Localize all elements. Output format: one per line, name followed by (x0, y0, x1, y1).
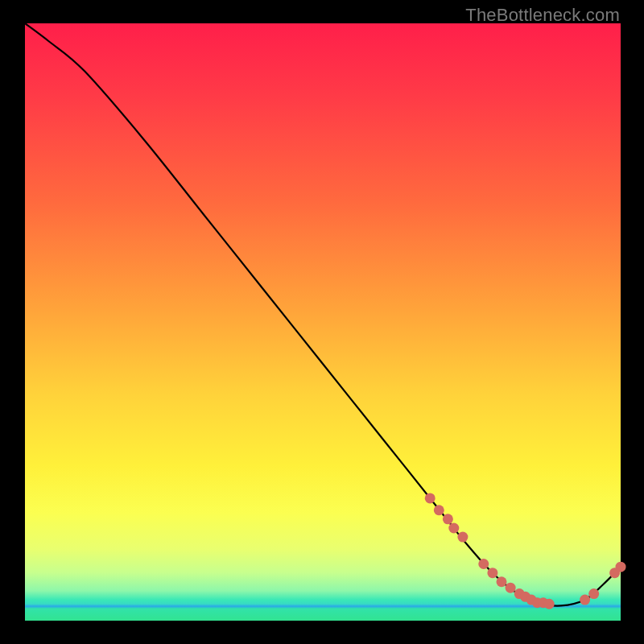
data-point (616, 562, 626, 572)
data-point (497, 576, 507, 587)
plot-area (25, 23, 621, 621)
chart-frame: TheBottleneck.com (0, 0, 644, 644)
data-point (544, 599, 555, 609)
data-point (425, 493, 436, 503)
data-point (443, 514, 453, 524)
data-point (506, 583, 516, 593)
data-point (448, 522, 459, 533)
data-point (487, 568, 497, 578)
curve-points (425, 493, 626, 609)
data-point (580, 595, 590, 605)
data-point (588, 588, 599, 599)
data-point (478, 559, 489, 569)
data-point (434, 505, 444, 515)
curve-line (25, 23, 621, 606)
chart-svg (25, 23, 621, 621)
bottleneck-curve (25, 23, 621, 606)
data-point (457, 532, 468, 543)
